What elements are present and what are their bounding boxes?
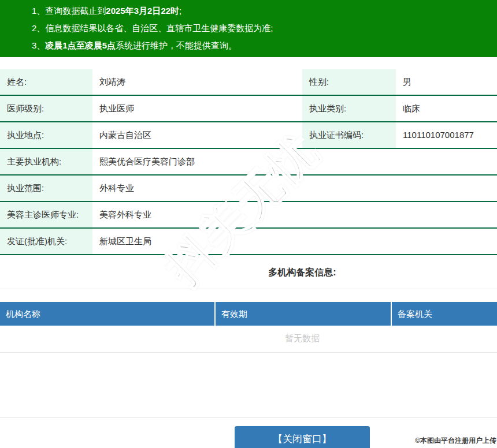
field-value-main-institution: 熙美优合医疗美容门诊部 <box>92 148 497 175</box>
close-window-button[interactable]: 【关闭窗口】 <box>235 426 370 448</box>
column-header-validity-period: 有效期 <box>216 302 391 326</box>
page-container: 1、查询数据截止到2025年3月2日22时; 2、信息数据结果以各省、自治区、直… <box>0 0 497 448</box>
notice-number: 1、 <box>32 6 45 16</box>
column-header-institution-name: 机构名称 <box>0 302 214 326</box>
registration-table-header: 机构名称 有效期 备案机关 <box>0 302 497 326</box>
field-value-certificate-number: 110110107001877 <box>396 122 497 148</box>
field-value-name: 刘靖涛 <box>92 69 302 95</box>
field-value-cosmetic-specialty: 美容外科专业 <box>92 201 497 228</box>
field-label-cosmetic-specialty: 美容主诊医师专业: <box>0 201 92 228</box>
field-value-issuing-authority: 新城区卫生局 <box>92 228 497 255</box>
table-row: 美容主诊医师专业: 美容外科专业 <box>0 201 497 228</box>
table-row: 发证(批准)机关: 新城区卫生局 <box>0 228 497 255</box>
field-label-name: 姓名: <box>0 69 92 95</box>
divider <box>0 289 497 289</box>
field-value-practice-location: 内蒙古自治区 <box>92 122 302 148</box>
empty-data-message: 暂无数据 <box>0 326 497 353</box>
table-row: 执业范围: 外科专业 <box>0 175 497 201</box>
field-value-gender: 男 <box>396 69 497 95</box>
notice-line-1: 1、查询数据截止到2025年3月2日22时; <box>0 2 497 20</box>
field-value-doctor-level: 执业医师 <box>92 95 302 122</box>
field-label-issuing-authority: 发证(批准)机关: <box>0 228 92 255</box>
column-header-filing-authority: 备案机关 <box>392 302 497 326</box>
field-value-practice-category: 临床 <box>396 95 497 122</box>
field-label-practice-category: 执业类别: <box>302 95 396 122</box>
uploader-copyright-text: ©本图由平台注册用户上传 <box>415 436 496 446</box>
spacer <box>0 353 497 417</box>
multi-institution-section-title: 多机构备案信息: <box>0 267 497 279</box>
notice-banner: 1、查询数据截止到2025年3月2日22时; 2、信息数据结果以各省、自治区、直… <box>0 0 497 57</box>
field-label-certificate-number: 执业证书编码: <box>302 122 396 148</box>
notice-number: 2、 <box>32 23 45 33</box>
field-label-practice-scope: 执业范围: <box>0 175 92 201</box>
field-label-doctor-level: 医师级别: <box>0 95 92 122</box>
table-row: 医师级别: 执业医师 执业类别: 临床 <box>0 95 497 122</box>
table-row: 主要执业机构: 熙美优合医疗美容门诊部 <box>0 148 497 175</box>
field-value-practice-scope: 外科专业 <box>92 175 497 201</box>
field-label-practice-location: 执业地点: <box>0 122 92 148</box>
notice-line-3: 3、凌晨1点至凌晨5点系统进行维护，不能提供查询。 <box>0 37 497 54</box>
table-row: 执业地点: 内蒙古自治区 执业证书编码: 110110107001877 <box>0 122 497 148</box>
practitioner-info-table: 姓名: 刘靖涛 性别: 男 医师级别: 执业医师 执业类别: 临床 执业地点: … <box>0 69 497 255</box>
table-row: 姓名: 刘靖涛 性别: 男 <box>0 69 497 95</box>
field-label-main-institution: 主要执业机构: <box>0 148 92 175</box>
field-label-gender: 性别: <box>302 69 396 95</box>
notice-line-2: 2、信息数据结果以各省、自治区、直辖市卫生健康委数据为准; <box>0 20 497 37</box>
notice-number: 3、 <box>32 40 45 50</box>
